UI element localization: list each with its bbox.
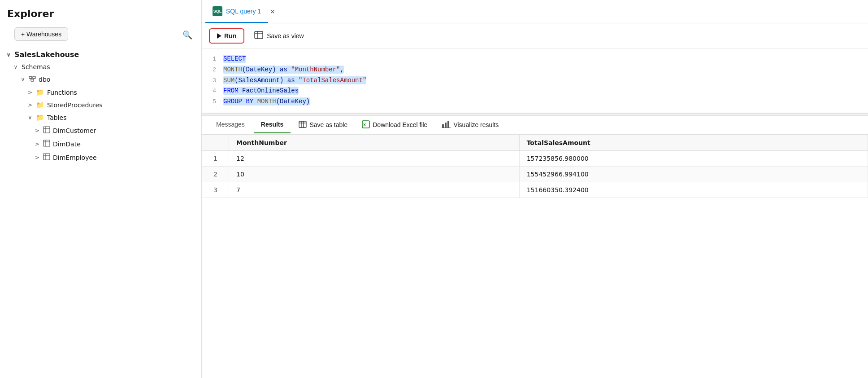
code-line-3: 3 SUM(SalesAmount) as "TotalSalesAmount" xyxy=(202,75,868,86)
tab-messages[interactable]: Messages xyxy=(209,116,252,133)
tab-results[interactable]: Results xyxy=(254,116,291,133)
explorer-title: Explorer xyxy=(0,0,201,24)
functions-label: Functions xyxy=(47,89,77,96)
sidebar-item-dimcustomer[interactable]: > DimCustomer xyxy=(0,124,201,137)
results-table-container: MonthNumber TotalSalesAmount 1 12 157235… xyxy=(202,135,868,378)
caret-icon: > xyxy=(34,127,40,134)
table-row: 3 7 151660350.392400 xyxy=(202,182,868,198)
svg-rect-25 xyxy=(442,124,444,127)
dbo-label: dbo xyxy=(39,76,50,83)
save-view-icon xyxy=(254,31,263,40)
schemas-label: Schemas xyxy=(22,63,50,70)
play-icon xyxy=(217,33,221,39)
tab-label: SQL query 1 xyxy=(226,8,261,15)
table-row: 1 12 157235856.980000 xyxy=(202,150,868,166)
sidebar-search-row: + Warehouses 🔍 xyxy=(0,24,201,46)
caret-icon: ∨ xyxy=(27,114,33,121)
table-icon xyxy=(43,153,50,162)
col-header-index xyxy=(202,135,229,150)
tab-save-as-table[interactable]: Save as table xyxy=(292,116,354,134)
folder-icon: 📁 xyxy=(36,88,44,97)
results-table: MonthNumber TotalSalesAmount 1 12 157235… xyxy=(202,135,868,198)
svg-rect-10 xyxy=(43,140,50,146)
sidebar-item-functions[interactable]: > 📁 Functions xyxy=(0,86,201,99)
line-number: 3 xyxy=(202,76,223,86)
sidebar-item-tables[interactable]: ∨ 📁 Tables xyxy=(0,111,201,124)
schema-icon xyxy=(29,75,36,84)
svg-text:X: X xyxy=(363,123,366,127)
tab-sqlquery1[interactable]: SQL SQL query 1 xyxy=(205,0,268,23)
code-token: MONTH(DateKey) as "MonthNumber", xyxy=(223,66,344,74)
code-editor[interactable]: 1 SELECT 2 MONTH(DateKey) as "MonthNumbe… xyxy=(202,48,868,113)
row-month: 10 xyxy=(229,166,520,182)
code-token: FROM FactOnlineSales xyxy=(223,87,299,95)
code-token: SELECT xyxy=(223,55,246,63)
search-button[interactable]: 🔍 xyxy=(181,28,194,42)
row-total: 151660350.392400 xyxy=(519,182,868,198)
line-number: 4 xyxy=(202,86,223,96)
run-button[interactable]: Run xyxy=(209,28,244,44)
excel-icon: X xyxy=(362,120,370,130)
tab-bar: SQL SQL query 1 ✕ xyxy=(202,0,868,23)
col-header-monthnumber: MonthNumber xyxy=(229,135,520,150)
dimdate-label: DimDate xyxy=(53,141,81,148)
results-tab-bar: Messages Results Save as table xyxy=(202,116,868,135)
caret-icon: > xyxy=(34,154,40,161)
svg-rect-2 xyxy=(31,79,34,81)
tables-label: Tables xyxy=(47,114,67,121)
sidebar-item-dbo[interactable]: ∨ dbo xyxy=(0,73,201,86)
folder-icon: 📁 xyxy=(36,114,44,122)
sidebar-item-saleslakehouse[interactable]: ∨ SalesLakehouse xyxy=(0,48,201,61)
folder-icon: 📁 xyxy=(36,101,44,109)
code-line-4: 4 FROM FactOnlineSales xyxy=(202,86,868,97)
line-number: 2 xyxy=(202,65,223,75)
tab-close-button[interactable]: ✕ xyxy=(268,7,277,16)
sidebar-item-storedprocedures[interactable]: > 📁 StoredProcedures xyxy=(0,99,201,111)
sidebar-item-dimemployee[interactable]: > DimEmployee xyxy=(0,151,201,164)
svg-rect-7 xyxy=(43,127,50,133)
sidebar-tree: ∨ SalesLakehouse ∨ Schemas ∨ db xyxy=(0,46,201,378)
row-index: 2 xyxy=(202,166,229,182)
caret-icon: ∨ xyxy=(20,76,26,83)
caret-icon: ∨ xyxy=(13,64,19,70)
tab-download-excel[interactable]: X Download Excel file xyxy=(356,116,434,134)
toolbar: Run Save as view xyxy=(202,23,868,48)
table-icon xyxy=(43,140,50,149)
save-view-label: Save as view xyxy=(267,32,304,40)
warehouses-button[interactable]: + Warehouses xyxy=(14,27,68,41)
row-total: 157235856.980000 xyxy=(519,150,868,166)
save-as-view-button[interactable]: Save as view xyxy=(248,28,310,44)
saleslakehouse-label: SalesLakehouse xyxy=(14,50,79,59)
sidebar-item-dimdate[interactable]: > DimDate xyxy=(0,137,201,151)
sidebar: Explorer + Warehouses 🔍 ∨ SalesLakehouse… xyxy=(0,0,202,378)
table-icon xyxy=(299,121,307,129)
caret-icon: > xyxy=(27,102,33,108)
line-number: 5 xyxy=(202,97,223,107)
tab-visualize-results[interactable]: Visualize results xyxy=(435,116,505,134)
sql-icon: SQL xyxy=(213,6,222,16)
code-line-1: 1 SELECT xyxy=(202,54,868,65)
caret-icon: ∨ xyxy=(5,52,12,58)
svg-rect-27 xyxy=(447,121,449,127)
dimcustomer-label: DimCustomer xyxy=(53,127,96,134)
code-token: GROUP BY MONTH(DateKey) xyxy=(223,97,310,105)
code-token: SUM(SalesAmount) as "TotalSalesAmount" xyxy=(223,76,366,84)
dimemployee-label: DimEmployee xyxy=(53,154,97,161)
code-line-5: 5 GROUP BY MONTH(DateKey) xyxy=(202,97,868,107)
svg-rect-19 xyxy=(299,121,306,127)
row-index: 1 xyxy=(202,150,229,166)
main-panel: SQL SQL query 1 ✕ Run Save as view 1 xyxy=(202,0,868,378)
svg-rect-0 xyxy=(29,76,32,79)
caret-icon: > xyxy=(34,141,40,147)
results-panel: Messages Results Save as table xyxy=(202,116,868,378)
code-line-2: 2 MONTH(DateKey) as "MonthNumber", xyxy=(202,65,868,75)
caret-icon: > xyxy=(27,89,33,96)
row-total: 155452966.994100 xyxy=(519,166,868,182)
storedprocedures-label: StoredProcedures xyxy=(47,101,103,109)
row-month: 12 xyxy=(229,150,520,166)
svg-rect-26 xyxy=(445,123,447,127)
sidebar-item-schemas[interactable]: ∨ Schemas xyxy=(0,61,201,73)
table-row: 2 10 155452966.994100 xyxy=(202,166,868,182)
row-month: 7 xyxy=(229,182,520,198)
line-number: 1 xyxy=(202,54,223,64)
